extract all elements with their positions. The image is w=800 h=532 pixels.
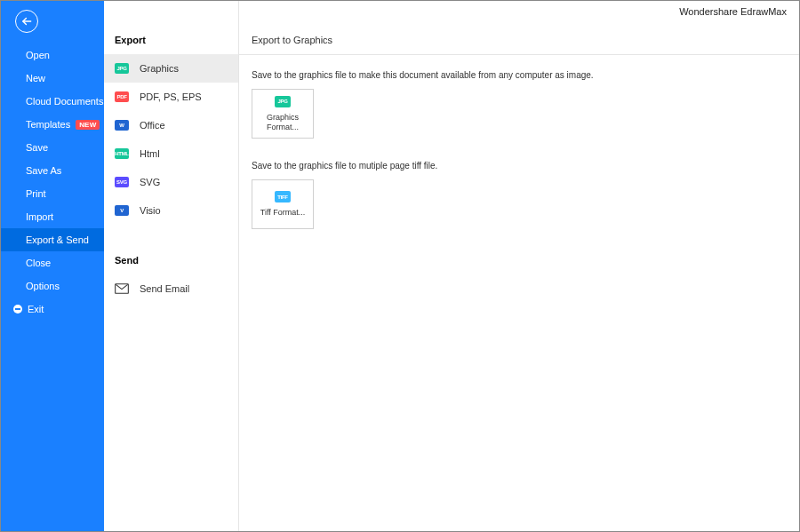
export-menu: Export JPG Graphics PDF PDF, PS, EPS W O… bbox=[104, 1, 239, 531]
sidebar-item-cloud-documents[interactable]: Cloud Documents bbox=[1, 90, 104, 113]
sidebar-item-print[interactable]: Print bbox=[1, 182, 104, 205]
tiff-format-tile[interactable]: TIFF Tiff Format... bbox=[252, 179, 314, 229]
export-item-visio[interactable]: V Visio bbox=[104, 196, 238, 225]
sidebar-item-label: Options bbox=[26, 281, 60, 291]
sidebar-item-label: Templates bbox=[26, 119, 70, 130]
export-item-svg[interactable]: SVG SVG bbox=[104, 168, 238, 196]
sidebar-item-exit[interactable]: Exit bbox=[1, 298, 104, 321]
sidebar-item-label: Exit bbox=[28, 304, 44, 314]
export-item-label: Html bbox=[140, 148, 160, 159]
mail-icon bbox=[115, 283, 129, 294]
sidebar-item-label: Save As bbox=[26, 165, 61, 176]
graphics-description: Save to the graphics file to make this d… bbox=[252, 70, 787, 80]
export-item-office[interactable]: W Office bbox=[104, 111, 238, 139]
new-badge: NEW bbox=[76, 120, 100, 130]
main-header: Export to Graphics bbox=[239, 35, 799, 54]
send-email-item[interactable]: Send Email bbox=[104, 274, 238, 303]
pdf-icon: PDF bbox=[115, 91, 129, 102]
export-item-html[interactable]: HTML Html bbox=[104, 139, 238, 168]
tile-label: Graphics Format... bbox=[252, 113, 313, 132]
export-item-label: SVG bbox=[140, 177, 160, 187]
export-item-label: Send Email bbox=[140, 283, 189, 294]
export-header: Export bbox=[104, 35, 238, 54]
html-icon: HTML bbox=[115, 148, 129, 159]
export-item-label: Visio bbox=[140, 205, 161, 216]
svg-icon: SVG bbox=[115, 177, 129, 187]
export-item-graphics[interactable]: JPG Graphics bbox=[104, 54, 238, 83]
graphics-format-tile[interactable]: JPG Graphics Format... bbox=[252, 89, 314, 139]
jpg-icon: JPG bbox=[275, 96, 291, 107]
sidebar-item-open[interactable]: Open bbox=[1, 44, 104, 67]
sidebar-item-close[interactable]: Close bbox=[1, 251, 104, 274]
export-item-pdf-ps-eps[interactable]: PDF PDF, PS, EPS bbox=[104, 83, 238, 111]
sidebar: Open New Cloud Documents Templates NEW S… bbox=[1, 1, 104, 531]
sidebar-item-label: Close bbox=[26, 258, 51, 268]
tiff-icon: TIFF bbox=[275, 191, 291, 202]
sidebar-item-options[interactable]: Options bbox=[1, 274, 104, 298]
arrow-left-icon bbox=[20, 15, 33, 28]
app-window: Wondershare EdrawMax Open New Cloud Docu… bbox=[0, 0, 800, 532]
back-button[interactable] bbox=[15, 10, 38, 33]
jpg-icon: JPG bbox=[115, 63, 129, 74]
sidebar-item-label: Cloud Documents bbox=[26, 96, 103, 107]
export-item-label: PDF, PS, EPS bbox=[140, 91, 202, 102]
export-item-label: Office bbox=[140, 120, 165, 131]
sidebar-item-export-send[interactable]: Export & Send bbox=[1, 228, 104, 251]
sidebar-item-save-as[interactable]: Save As bbox=[1, 159, 104, 182]
sidebar-item-save[interactable]: Save bbox=[1, 136, 104, 159]
main-panel: Export to Graphics Save to the graphics … bbox=[239, 1, 799, 531]
main-content: Save to the graphics file to make this d… bbox=[239, 54, 799, 242]
sidebar-item-label: Open bbox=[26, 50, 50, 60]
sidebar-item-label: Import bbox=[26, 211, 53, 222]
office-icon: W bbox=[115, 120, 129, 131]
sidebar-item-new[interactable]: New bbox=[1, 67, 104, 90]
sidebar-item-label: New bbox=[26, 73, 45, 83]
sidebar-item-templates[interactable]: Templates NEW bbox=[1, 113, 104, 136]
tile-label: Tiff Format... bbox=[260, 208, 306, 218]
sidebar-item-label: Export & Send bbox=[26, 234, 89, 245]
send-header: Send bbox=[104, 255, 238, 274]
export-item-label: Graphics bbox=[140, 63, 179, 74]
exit-icon bbox=[13, 305, 22, 314]
sidebar-item-label: Print bbox=[26, 188, 46, 199]
visio-icon: V bbox=[115, 205, 129, 216]
sidebar-item-label: Save bbox=[26, 142, 48, 153]
sidebar-item-import[interactable]: Import bbox=[1, 205, 104, 228]
tiff-description: Save to the graphics file to mutiple pag… bbox=[252, 161, 787, 171]
